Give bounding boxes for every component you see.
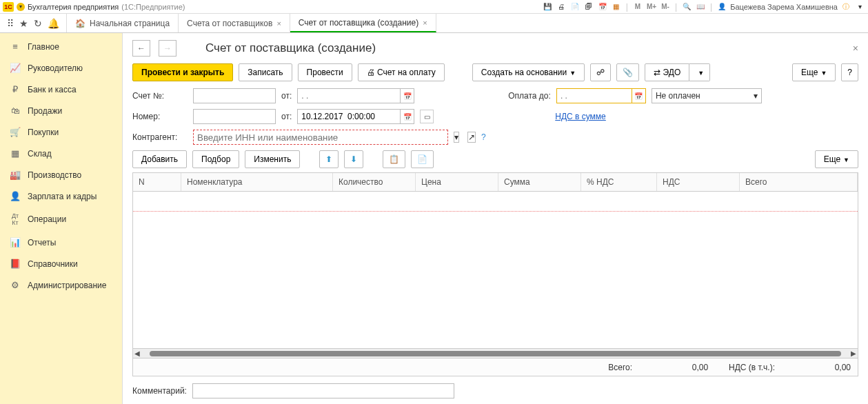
sidebar-item-hr[interactable]: 👤Зарплата и кадры bbox=[0, 185, 122, 207]
th-price[interactable]: Цена bbox=[416, 173, 498, 191]
move-down-button[interactable]: ⬇ bbox=[344, 150, 363, 168]
app-1c-icon: 1C bbox=[3, 2, 14, 12]
book-icon[interactable]: 📖 bbox=[695, 2, 706, 12]
datetime-input[interactable] bbox=[297, 109, 401, 124]
th-nomenclature[interactable]: Номенклатура bbox=[181, 173, 333, 191]
paste-button[interactable]: 📄 bbox=[411, 150, 434, 168]
star-icon[interactable]: ★ bbox=[19, 18, 28, 29]
sidebar-item-bank[interactable]: ₽Банк и касса bbox=[0, 79, 122, 100]
toolbar: Провести и закрыть Записать Провести 🖨 С… bbox=[132, 63, 858, 81]
pick-button[interactable]: Подбор bbox=[192, 150, 239, 168]
grid-icon[interactable]: ▦ bbox=[611, 2, 622, 12]
app-subtitle: (1С:Предприятие) bbox=[121, 3, 185, 11]
boxes-icon: ▦ bbox=[10, 148, 21, 159]
create-based-button[interactable]: Создать на основании▼ bbox=[472, 63, 585, 81]
tab-close-icon[interactable]: × bbox=[276, 19, 281, 28]
pay-until-input[interactable] bbox=[556, 88, 632, 103]
counterparty-input[interactable] bbox=[193, 130, 448, 145]
copy-button[interactable]: 📋 bbox=[383, 150, 405, 168]
titlebar-left: 1C ▾ Бухгалтерия предприятия (1С:Предпри… bbox=[3, 2, 542, 12]
sidebar-label: Руководителю bbox=[28, 63, 83, 73]
sidebar-item-warehouse[interactable]: ▦Склад bbox=[0, 143, 122, 164]
calendar-button[interactable]: 📅 bbox=[401, 88, 414, 103]
table: N Номенклатура Количество Цена Сумма % Н… bbox=[132, 172, 858, 358]
edit-button[interactable]: Изменить bbox=[245, 150, 300, 168]
th-vat-pct[interactable]: % НДС bbox=[581, 173, 657, 191]
forward-button[interactable]: → bbox=[159, 40, 176, 57]
vat-link[interactable]: НДС в сумме bbox=[555, 112, 606, 121]
dropdown-button[interactable]: ▾ bbox=[454, 132, 459, 143]
account-no-input[interactable] bbox=[193, 88, 276, 103]
calendar-button[interactable]: 📅 bbox=[401, 109, 414, 124]
th-n[interactable]: N bbox=[133, 173, 181, 191]
extra-icon[interactable]: ▭ bbox=[420, 110, 434, 123]
apps-icon[interactable]: ⠿ bbox=[7, 18, 14, 29]
th-qty[interactable]: Количество bbox=[333, 173, 416, 191]
sidebar-item-manager[interactable]: 📈Руководителю bbox=[0, 57, 122, 79]
th-vat[interactable]: НДС bbox=[657, 173, 740, 191]
open-button[interactable]: ↗ bbox=[467, 132, 476, 143]
history-icon[interactable]: ↻ bbox=[34, 18, 42, 29]
close-button[interactable]: × bbox=[853, 43, 858, 54]
invoice-button[interactable]: 🖨 Счет на оплату bbox=[358, 63, 445, 81]
comment-input[interactable] bbox=[192, 383, 454, 398]
scroll-thumb[interactable] bbox=[150, 351, 841, 356]
tab-home[interactable]: 🏠 Начальная страница bbox=[67, 14, 179, 32]
back-button[interactable]: ← bbox=[132, 40, 150, 57]
sidebar-item-production[interactable]: 🏭Производство bbox=[0, 164, 122, 185]
sidebar-label: Производство bbox=[28, 170, 81, 180]
sidebar-item-reports[interactable]: 📊Отчеты bbox=[0, 232, 122, 253]
help-button[interactable]: ? bbox=[841, 63, 858, 81]
tab-close-icon[interactable]: × bbox=[423, 19, 427, 27]
caret-icon: ▼ bbox=[569, 70, 576, 77]
m-plus-button[interactable]: M+ bbox=[646, 2, 657, 12]
help-icon[interactable]: ? bbox=[481, 132, 486, 142]
dropdown-icon[interactable]: ▾ bbox=[17, 3, 25, 11]
post-close-button[interactable]: Провести и закрыть bbox=[132, 63, 233, 81]
tab-supplier-invoice-create[interactable]: Счет от поставщика (создание) × bbox=[290, 14, 436, 32]
info-icon[interactable]: ⓘ bbox=[840, 2, 851, 12]
form-row-account: Счет №: от: 📅 Оплата до: 📅 Не оплачен ▾ bbox=[132, 88, 858, 103]
table-body[interactable] bbox=[133, 192, 858, 348]
post-button[interactable]: Провести bbox=[298, 63, 352, 81]
sidebar-item-purchases[interactable]: 🛒Покупки bbox=[0, 121, 122, 143]
attach-button[interactable]: 📎 bbox=[616, 63, 639, 81]
sidebar-item-catalogs[interactable]: 📕Справочники bbox=[0, 253, 122, 274]
titlebar: 1C ▾ Бухгалтерия предприятия (1С:Предпри… bbox=[0, 0, 868, 14]
minimize-icon[interactable]: ▾ bbox=[854, 2, 865, 12]
zoom-icon[interactable]: 🔍 bbox=[681, 2, 692, 12]
structure-button[interactable]: ☍ bbox=[590, 63, 611, 81]
pay-status-select[interactable]: Не оплачен ▾ bbox=[652, 88, 762, 103]
sidebar-item-operations[interactable]: ДтКтОперации bbox=[0, 207, 122, 232]
horizontal-scrollbar[interactable]: ◀ ▶ bbox=[133, 348, 858, 358]
calendar-icon[interactable]: 📅 bbox=[597, 2, 608, 12]
table-more-button[interactable]: Еще▼ bbox=[815, 150, 858, 168]
th-total[interactable]: Всего bbox=[740, 173, 858, 191]
move-up-button[interactable]: ⬆ bbox=[319, 150, 339, 168]
scroll-left-icon[interactable]: ◀ bbox=[133, 350, 141, 357]
calc-icon[interactable]: 🗐 bbox=[583, 2, 594, 12]
add-button[interactable]: Добавить bbox=[132, 150, 187, 168]
save-icon[interactable]: 💾 bbox=[542, 2, 553, 12]
total-value: 0,00 bbox=[653, 363, 708, 372]
edo-dropdown[interactable]: ▼ bbox=[689, 63, 710, 81]
print-icon[interactable]: 🖨 bbox=[556, 2, 567, 12]
bell-icon[interactable]: 🔔 bbox=[48, 18, 59, 29]
date-from-input[interactable] bbox=[297, 88, 401, 103]
write-button[interactable]: Записать bbox=[239, 63, 292, 81]
calendar-button[interactable]: 📅 bbox=[632, 88, 646, 103]
number-input[interactable] bbox=[193, 109, 276, 124]
sidebar-item-main[interactable]: ≡Главное bbox=[0, 36, 122, 57]
sidebar-item-sales[interactable]: 🛍Продажи bbox=[0, 100, 122, 121]
edo-button[interactable]: ⇄ ЭДО bbox=[645, 63, 689, 81]
m-button[interactable]: M bbox=[632, 2, 643, 12]
scroll-right-icon[interactable]: ▶ bbox=[849, 350, 858, 357]
content-header: ← → Счет от поставщика (создание) × bbox=[132, 40, 858, 57]
sidebar-item-admin[interactable]: ⚙Администрирование bbox=[0, 274, 122, 296]
m-minus-button[interactable]: M- bbox=[660, 2, 671, 12]
th-sum[interactable]: Сумма bbox=[498, 173, 581, 191]
tab-supplier-invoices[interactable]: Счета от поставщиков × bbox=[179, 14, 290, 32]
more-button[interactable]: Еще▼ bbox=[792, 63, 836, 81]
document-icon[interactable]: 📄 bbox=[569, 2, 581, 12]
insertion-line bbox=[133, 211, 858, 212]
